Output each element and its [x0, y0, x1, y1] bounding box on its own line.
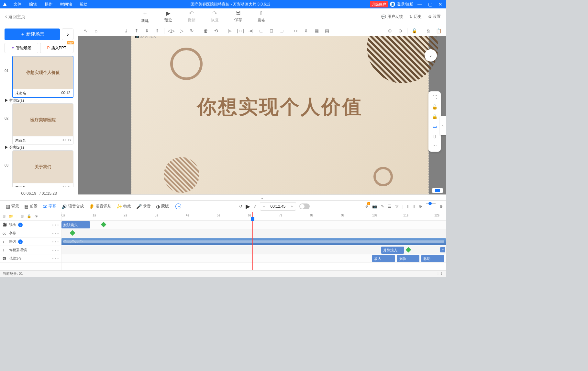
toolbar-publish-button[interactable]: ⇧发布 — [258, 10, 265, 24]
align-vcenter-icon[interactable]: ⇕ — [142, 27, 152, 35]
paste-icon[interactable]: 📋 — [434, 27, 443, 35]
flip-h-icon[interactable]: ◁▷ — [166, 27, 176, 35]
login-button[interactable]: 登录/注册 — [397, 2, 414, 7]
music-fab[interactable]: ♪ — [425, 49, 437, 62]
time-minus-button[interactable]: − — [260, 204, 268, 209]
align-top-icon[interactable]: ⤒ — [132, 27, 141, 35]
audio-track[interactable] — [61, 238, 446, 246]
scene-item[interactable]: 03关于我们未命名00:06 — [5, 150, 73, 187]
track-header-4[interactable]: 🖼花纹1-9••• — [0, 254, 61, 263]
track-header-3[interactable]: T你稳妥谨慎••• — [0, 246, 61, 254]
track-header-2[interactable]: ♪快闪?••• — [0, 238, 61, 246]
timeline-tab-4[interactable]: 👂语音识别 — [86, 203, 114, 209]
expand-button[interactable]: ⤢ — [253, 204, 257, 209]
timeline-tab-5[interactable]: ✨特效 — [114, 203, 134, 209]
collapse-timeline-button[interactable]: ⌄ — [78, 194, 446, 200]
folder-icon[interactable]: 📁 — [9, 214, 13, 218]
ai-scene-button[interactable]: ✦智能场景 — [5, 43, 38, 53]
maximize-button[interactable]: ▢ — [426, 2, 434, 7]
minus-chip[interactable]: − — [440, 247, 445, 252]
audio-clip[interactable] — [61, 238, 446, 245]
align-c2-icon[interactable]: ⊟ — [267, 27, 276, 35]
zoom-add-icon[interactable]: ⊕ — [439, 204, 443, 209]
timeline-more-button[interactable]: ⋯ — [173, 203, 184, 209]
align-left-icon[interactable]: |⇤ — [225, 27, 235, 35]
subtitle-track[interactable] — [61, 229, 446, 238]
settings-button[interactable]: ⚙设置 — [428, 14, 441, 19]
scene-item[interactable]: 01你想实现个人价值未命名00:12 — [5, 56, 73, 98]
align-top2-icon[interactable]: ⇑ — [152, 27, 162, 35]
copy-icon[interactable]: ⎘ — [423, 27, 433, 35]
pattern-track[interactable]: 放大 脉动 脉动 — [61, 254, 446, 263]
cursor-tool-icon[interactable]: ↖ — [81, 27, 91, 35]
distribute-h-icon[interactable]: ⇿ — [291, 27, 301, 35]
camera-icon[interactable]: 📷 — [372, 204, 377, 209]
zoom-out2-icon[interactable]: ⊖ — [419, 204, 422, 209]
track-header-1[interactable]: cc字幕••• — [0, 229, 61, 238]
col2-icon[interactable]: ⊟ — [21, 214, 24, 218]
unlock-icon[interactable]: 🔓 — [432, 104, 438, 110]
timeline-tab-1[interactable]: ▦前景 — [22, 203, 40, 209]
time-input[interactable]: − 00:12.45 + — [260, 202, 296, 211]
minimize-button[interactable]: — — [416, 2, 424, 7]
upgrade-button[interactable]: 升级账户 — [370, 1, 388, 7]
lock2-icon[interactable]: 🔒 — [432, 114, 438, 119]
menu-timeline[interactable]: 时间轴 — [56, 2, 76, 7]
toolbar-preview-button[interactable]: ▶预览 — [164, 10, 172, 24]
history-button[interactable]: ↻历史 — [409, 14, 422, 19]
timeline-tab-3[interactable]: 🔊语音合成 — [59, 203, 86, 209]
layers-icon[interactable]: ☰ — [388, 204, 392, 209]
view-chip[interactable] — [432, 188, 443, 193]
zoom-in-icon[interactable]: ⊕ — [385, 27, 395, 35]
bracket-r-icon[interactable]: ⟧ — [413, 204, 415, 209]
timeline-tab-2[interactable]: cc字幕 — [40, 203, 59, 209]
fullscreen-icon[interactable]: ⛶ — [432, 95, 437, 100]
delete-icon[interactable]: 🗑 — [201, 27, 211, 35]
timeline-tab-7[interactable]: ◑蒙版 — [153, 203, 172, 209]
home-tool-icon[interactable]: ⌂ — [91, 27, 101, 35]
action-clip-4[interactable]: 脉动 — [421, 255, 444, 262]
align-right-icon[interactable]: ⇥| — [246, 27, 256, 35]
align-r2-icon[interactable]: ⊐ — [277, 27, 287, 35]
filter-icon[interactable]: ▽ — [395, 204, 398, 209]
distribute-v-icon[interactable]: ⇳ — [301, 27, 311, 35]
action-clip-3[interactable]: 脉动 — [397, 255, 419, 262]
more-icon[interactable]: ⋯ — [432, 143, 437, 148]
rewind-button[interactable]: ↺ — [239, 204, 242, 209]
import-ppt-button[interactable]: P插入PPTVIP — [40, 43, 74, 53]
new-scene-button[interactable]: ＋ 新建场景 — [5, 29, 60, 40]
snap-toggle[interactable] — [299, 203, 310, 209]
edit-icon[interactable]: ✎ — [381, 204, 384, 209]
canvas-text[interactable]: 你想实现个人价值 — [197, 94, 363, 120]
timeline-tab-0[interactable]: ▨背景 — [3, 203, 22, 209]
text-track[interactable]: 升降滚入 − — [61, 246, 446, 254]
feedback-button[interactable]: 💬用户反馈 — [381, 14, 403, 19]
action-clip-1[interactable]: 升降滚入 — [381, 247, 404, 254]
pull-tab[interactable]: ‹ — [440, 116, 446, 135]
marker-icon[interactable]: ⤋V — [365, 204, 368, 209]
zoom-slider[interactable] — [426, 203, 436, 204]
music-button[interactable]: ♪ — [62, 29, 73, 40]
timeline-tab-6[interactable]: 🎤录音 — [134, 203, 153, 209]
lock3-icon[interactable]: 🔒 — [27, 214, 31, 218]
keyframe-add[interactable] — [101, 222, 106, 227]
playhead[interactable] — [252, 212, 253, 270]
menu-edit[interactable]: 编辑 — [25, 2, 41, 7]
align-l2-icon[interactable]: ⊏ — [256, 27, 266, 35]
back-home-button[interactable]: 返回主页 — [5, 14, 25, 20]
crop-icon[interactable]: ⟲ — [211, 27, 221, 35]
landscape-icon[interactable]: ▭ — [433, 124, 437, 129]
menu-help[interactable]: 帮助 — [76, 2, 91, 7]
group-icon[interactable]: ▦ — [312, 27, 321, 35]
col1-icon[interactable]: | — [17, 214, 17, 218]
lock-icon[interactable]: 🔓 — [409, 27, 419, 35]
rotate-icon[interactable]: ↻ — [187, 27, 197, 35]
flip-v-icon[interactable]: ▷ — [177, 27, 186, 35]
scene-item[interactable]: 02医疗美容医院未命名00:03 — [5, 103, 73, 145]
camera-clip[interactable]: 默认镜头 — [61, 221, 90, 228]
action-clip-2[interactable]: 放大 — [372, 255, 395, 262]
zoom-out-icon[interactable]: ⊖ — [395, 27, 405, 35]
close-button[interactable]: ✕ — [436, 2, 445, 7]
bracket-l-icon[interactable]: ⟦ — [407, 204, 409, 209]
menu-action[interactable]: 操作 — [41, 2, 56, 7]
